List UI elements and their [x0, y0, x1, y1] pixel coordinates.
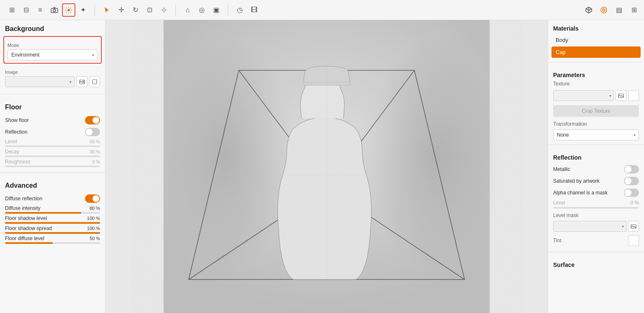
level-mask-select[interactable]	[553, 221, 626, 232]
surface-title: Surface	[548, 256, 644, 271]
add-button[interactable]: ⊞	[5, 3, 18, 17]
saturated-by-artwork-toggle[interactable]	[624, 177, 639, 185]
canvas-area[interactable]	[106, 20, 548, 313]
decay-fill	[5, 155, 33, 157]
film-button[interactable]: 🎞	[247, 3, 261, 17]
magic-button[interactable]: ✦	[76, 3, 90, 17]
svg-rect-24	[164, 20, 490, 313]
level-mask-browse-button[interactable]	[628, 221, 639, 232]
texture-select-wrapper: ▾	[553, 90, 614, 101]
reflection-label: Reflection	[5, 129, 27, 135]
texture-row: ▾	[553, 90, 639, 101]
divider-3	[228, 4, 228, 16]
diffuse-intensity-slider-row: Diffuse intensity 80 %	[0, 204, 105, 215]
level-mask-label: Level mask	[553, 212, 639, 218]
level-track[interactable]	[5, 145, 100, 147]
reflection-toggle[interactable]	[85, 128, 100, 136]
floor-diffuse-level-track[interactable]	[5, 242, 100, 244]
scene-svg	[106, 20, 548, 313]
scale-button[interactable]: ⊡	[143, 3, 156, 17]
svg-point-7	[83, 81, 84, 82]
mode-select[interactable]: Environment Color Image	[8, 49, 98, 60]
toolbar-left-group: ⊞ ⊟ ≡ ✦	[3, 3, 91, 17]
image-clear-button[interactable]	[89, 76, 100, 87]
roughness-value: 0 %	[92, 159, 100, 164]
material-cap[interactable]: Cap	[551, 47, 641, 58]
split-button[interactable]: ⊞	[627, 3, 641, 17]
show-floor-toggle[interactable]	[85, 116, 100, 124]
floor-diffuse-level-fill	[5, 242, 53, 244]
diffuse-reflection-row: Diffuse reflection	[0, 193, 105, 204]
level-value: 50 %	[90, 139, 100, 144]
floor-shadow-spread-label: Floor shadow spread	[5, 225, 52, 231]
move-button[interactable]: ✛	[114, 3, 128, 17]
texture-select[interactable]	[553, 90, 614, 101]
metallic-toggle[interactable]	[624, 165, 639, 173]
floor-shadow-spread-track[interactable]	[5, 232, 100, 234]
divider-surface	[548, 252, 644, 252]
metallic-label: Metallic	[553, 166, 570, 172]
tint-label: Tint	[553, 238, 562, 243]
settings-button[interactable]	[62, 3, 75, 17]
toolbar-center-group1: ✛ ↻ ⊡ ⊹	[98, 3, 172, 17]
parameters-title: Parameters	[548, 67, 644, 81]
menu-button[interactable]: ≡	[33, 3, 47, 17]
svg-point-5	[603, 10, 604, 10]
right-level-track[interactable]	[553, 207, 639, 209]
rotate-button[interactable]: ↻	[129, 3, 142, 17]
level-label: Level	[5, 139, 17, 145]
grid-button[interactable]: ⊟	[19, 3, 33, 17]
floor-shadow-level-value: 100 %	[87, 216, 100, 221]
alpha-channel-toggle[interactable]	[624, 189, 639, 197]
floor-diffuse-level-value: 50 %	[90, 236, 100, 241]
decay-track[interactable]	[5, 155, 100, 157]
box3d-button[interactable]	[582, 3, 595, 17]
material-body[interactable]: Body	[551, 34, 641, 46]
divider-params	[548, 62, 644, 62]
show-floor-row: Show floor	[0, 114, 105, 126]
diffuse-reflection-toggle[interactable]	[85, 194, 100, 203]
transformation-select[interactable]: None Horizontal flip Vertical flip Rotat…	[553, 129, 639, 140]
panel-button[interactable]: ▤	[612, 3, 626, 17]
camera-button[interactable]	[48, 3, 61, 17]
left-panel: Background Mode Environment Color Image …	[0, 20, 106, 313]
materials-title: Materials	[548, 20, 644, 34]
reflection-row: Reflection	[0, 126, 105, 138]
materials-list: Body Cap	[548, 34, 644, 58]
decay-label: Decay	[5, 149, 19, 155]
decay-value: 30 %	[90, 149, 100, 154]
build-button[interactable]: ⌂	[181, 3, 194, 17]
clock-button[interactable]: ◷	[233, 3, 247, 17]
divider-advanced	[0, 172, 105, 173]
right-level-value: 0 %	[630, 200, 639, 206]
cursor-button[interactable]	[100, 3, 113, 17]
image-select[interactable]	[5, 76, 75, 87]
roughness-track[interactable]	[5, 166, 100, 167]
image-browse-button[interactable]	[77, 76, 88, 87]
floor-shadow-spread-value: 100 %	[87, 226, 100, 231]
image-select-wrapper	[5, 76, 75, 87]
floor-title: Floor	[0, 98, 105, 114]
floor-shadow-level-track[interactable]	[5, 222, 100, 224]
floor-shadow-spread-row: Floor shadow spread 100 %	[0, 225, 105, 235]
level-slider-row: Level 50 %	[0, 138, 105, 148]
alpha-channel-row: Alpha channel is a mask	[548, 187, 644, 199]
crop-texture-button[interactable]: Crop Texture	[553, 105, 639, 117]
level-fill	[5, 145, 53, 147]
svg-point-2	[67, 9, 70, 11]
toolbar-center-group2: ⌂ ◎ ▣	[179, 3, 224, 17]
diffuse-intensity-track[interactable]	[5, 212, 100, 214]
circle-button[interactable]: ◎	[195, 3, 209, 17]
anchor-button[interactable]: ⊹	[157, 3, 170, 17]
target-button[interactable]	[597, 3, 611, 17]
tint-swatch[interactable]	[628, 235, 639, 246]
toolbar-right-group: ▤ ⊞	[582, 3, 641, 17]
main-area: Background Mode Environment Color Image …	[0, 20, 644, 313]
right-panel: Materials Body Cap Parameters Texture ▾	[548, 20, 644, 313]
divider-1	[95, 4, 95, 16]
diffuse-reflection-label: Diffuse reflection	[5, 196, 42, 202]
texture-browse-button[interactable]	[616, 90, 626, 101]
rect-button[interactable]: ▣	[209, 3, 223, 17]
diffuse-intensity-label: Diffuse intensity	[5, 205, 41, 211]
color-swatch[interactable]	[628, 90, 639, 101]
